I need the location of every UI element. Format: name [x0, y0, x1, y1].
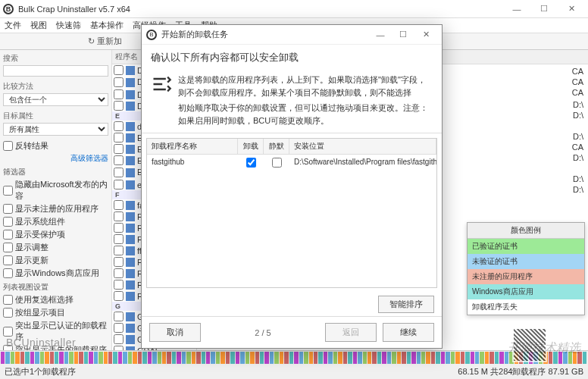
item-checkbox[interactable] — [114, 89, 124, 99]
legend-unregistered: 未注册的应用程序 — [468, 269, 584, 284]
continue-button[interactable]: 继续 — [383, 323, 434, 342]
dialog-minimize[interactable]: — — [369, 27, 392, 43]
item-checkbox[interactable] — [114, 180, 124, 190]
view-checkbox-0[interactable] — [3, 295, 13, 305]
app-icon — [126, 258, 135, 267]
legend-unverified: 未验证的证书 — [468, 254, 584, 269]
app-icon — [126, 324, 135, 333]
window-title: Bulk Crap Uninstaller v5.7 x64 — [18, 5, 503, 14]
item-checkbox[interactable] — [114, 211, 124, 221]
item-checkbox[interactable] — [114, 291, 124, 301]
app-icon — [126, 312, 135, 321]
filter-checkbox-3[interactable] — [3, 230, 13, 240]
menu-basic[interactable]: 基本操作 — [90, 20, 124, 31]
app-icon — [126, 78, 135, 87]
treemap[interactable] — [0, 351, 588, 365]
dialog-heading: 确认以下所有内容都可以安全卸载 — [142, 45, 442, 70]
maximize-button[interactable]: ☐ — [530, 1, 558, 17]
th-name[interactable]: 卸载程序名称 — [147, 139, 238, 154]
target-label: 目标属性 — [3, 111, 108, 121]
app-icon — [126, 335, 135, 344]
legend-store: Windows商店应用 — [468, 284, 584, 299]
app-icon — [126, 212, 135, 221]
filter-checkbox-1[interactable] — [3, 204, 13, 214]
app-icon — [126, 90, 135, 99]
filter-checkbox-4[interactable] — [3, 243, 13, 252]
compare-label: 比较方法 — [3, 81, 108, 92]
app-icon — [126, 201, 135, 210]
row-path: D:\Software\Installed\Program files\fast… — [289, 156, 436, 171]
search-label: 搜索 — [3, 53, 108, 64]
selection-status: 已选中1个卸载程序 — [5, 366, 76, 377]
color-legend: 颜色图例 已验证的证书 未验证的证书 未注册的应用程序 Windows商店应用 … — [467, 222, 585, 315]
status-bar: 已选中1个卸载程序 68.15 M 共284卸载程序 87.91 GB — [0, 350, 588, 379]
legend-missing: 卸载程序丢失 — [468, 299, 584, 315]
th-uninstall[interactable]: 卸载 — [238, 139, 264, 154]
filters-header: 筛选器 — [3, 167, 108, 177]
quiet-checkbox[interactable] — [272, 158, 282, 168]
item-checkbox[interactable] — [114, 280, 124, 290]
text-watermark: 开源技术精选 — [508, 340, 580, 356]
item-checkbox[interactable] — [114, 312, 124, 321]
th-path[interactable]: 安装位置 — [289, 139, 436, 154]
item-checkbox[interactable] — [114, 234, 124, 244]
compare-select[interactable]: 包含任一个 — [3, 93, 108, 106]
item-checkbox[interactable] — [114, 323, 124, 333]
item-checkbox[interactable] — [114, 334, 124, 344]
app-icon — [126, 269, 135, 278]
view-checkbox-1[interactable] — [3, 308, 13, 318]
filter-checkbox-6[interactable] — [3, 268, 13, 278]
app-icon: B — [3, 4, 14, 14]
smart-sort-button[interactable]: 智能排序 — [378, 296, 434, 313]
th-quiet[interactable]: 静默 — [264, 139, 289, 154]
sidebar: 搜索 比较方法 包含任一个 目标属性 所有属性 反转结果 高级筛选器 筛选器 隐… — [0, 50, 112, 350]
app-icon — [126, 66, 135, 75]
table-row[interactable]: fastgithub D:\Software\Installed\Program… — [147, 155, 436, 172]
filter-checkbox-5[interactable] — [3, 255, 13, 265]
menu-quickfilter[interactable]: 快速筛 — [56, 20, 81, 31]
menu-file[interactable]: 文件 — [5, 20, 21, 31]
window-titlebar: B Bulk Crap Uninstaller v5.7 x64 — ☐ ✕ — [0, 0, 588, 18]
item-checkbox[interactable] — [114, 246, 124, 255]
uninstall-checkbox[interactable] — [246, 158, 256, 168]
item-checkbox[interactable] — [114, 268, 124, 278]
item-checkbox[interactable] — [114, 155, 124, 165]
uninstall-dialog: B 开始新的卸载任务 — ☐ ✕ 确认以下所有内容都可以安全卸载 这是将卸载的应… — [141, 24, 443, 349]
dialog-maximize[interactable]: ☐ — [392, 27, 414, 43]
view-checkbox-2[interactable] — [3, 327, 13, 337]
close-button[interactable]: ✕ — [558, 1, 585, 17]
app-icon — [126, 145, 135, 154]
refresh-button[interactable]: ↻ 重新加 — [88, 36, 122, 47]
view-header: 列表视图设置 — [3, 282, 108, 293]
brand-label: BCUninstaller — [6, 337, 76, 349]
app-icon — [126, 280, 135, 290]
legend-title: 颜色图例 — [468, 223, 584, 239]
sort-icon — [151, 74, 172, 95]
advanced-filter-link[interactable]: 高级筛选器 — [3, 153, 108, 164]
uninstall-table: 卸载程序名称 卸载 静默 安装位置 fastgithub D:\Software… — [146, 138, 437, 288]
filter-checkbox-2[interactable] — [3, 217, 13, 227]
item-checkbox[interactable] — [114, 101, 124, 111]
app-icon — [126, 292, 135, 301]
item-checkbox[interactable] — [114, 168, 124, 177]
filter-checkbox-0[interactable] — [3, 186, 13, 196]
legend-verified: 已验证的证书 — [468, 239, 584, 254]
back-button[interactable]: 返回 — [325, 323, 377, 342]
item-checkbox[interactable] — [114, 144, 124, 154]
menu-view[interactable]: 视图 — [30, 20, 47, 31]
item-checkbox[interactable] — [114, 200, 124, 210]
item-checkbox[interactable] — [114, 65, 124, 75]
item-checkbox[interactable] — [114, 133, 124, 143]
invert-checkbox[interactable] — [3, 141, 13, 151]
search-input[interactable] — [3, 65, 108, 77]
item-checkbox[interactable] — [114, 77, 124, 87]
dialog-close[interactable]: ✕ — [414, 27, 437, 43]
target-select[interactable]: 所有属性 — [3, 123, 108, 136]
item-checkbox[interactable] — [114, 223, 124, 233]
app-icon — [126, 102, 135, 111]
item-checkbox[interactable] — [114, 121, 124, 131]
cancel-button[interactable]: 取消 — [149, 323, 201, 342]
step-indicator: 2 / 5 — [207, 328, 319, 337]
minimize-button[interactable]: — — [503, 1, 530, 17]
item-checkbox[interactable] — [114, 257, 124, 267]
